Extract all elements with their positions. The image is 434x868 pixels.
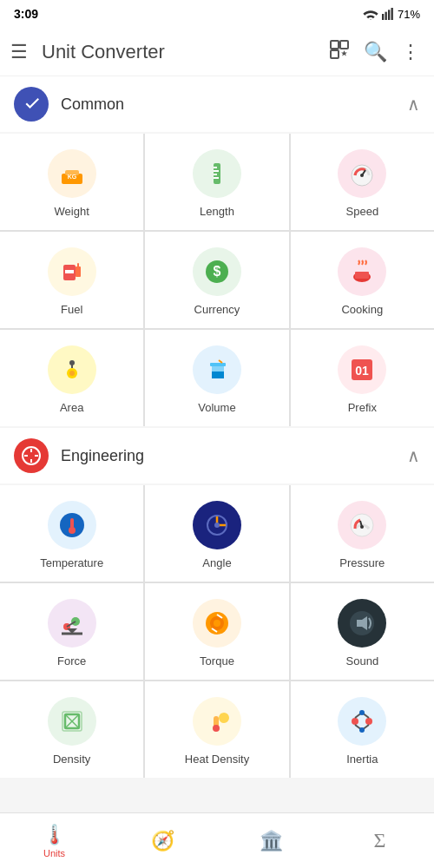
prefix-icon: 01 (338, 345, 386, 394)
nav-sigma[interactable]: Σ (326, 824, 434, 858)
engineering-item-angle[interactable]: Angle (145, 485, 288, 582)
sound-icon (338, 599, 386, 648)
common-section-title: Common (61, 95, 407, 114)
engineering-item-pressure[interactable]: Pressure (291, 485, 434, 582)
cooking-label: Cooking (341, 303, 383, 316)
angle-label: Angle (202, 556, 231, 569)
area-label: Area (60, 401, 83, 414)
svg-point-72 (219, 713, 229, 723)
svg-rect-13 (214, 170, 219, 172)
weight-icon: KG (48, 149, 96, 198)
search-icon[interactable]: 🔍 (360, 37, 391, 67)
volume-icon (193, 345, 241, 394)
svg-rect-1 (385, 12, 386, 20)
nav-compass[interactable]: 🧭 (108, 825, 217, 858)
bottom-nav: 🌡️ Units 🧭 🏛️ Σ (0, 812, 434, 868)
nav-bank[interactable]: 🏛️ (217, 825, 326, 858)
engineering-item-temperature[interactable]: Temperature (0, 485, 143, 582)
svg-rect-0 (382, 14, 384, 20)
common-item-prefix[interactable]: 01 Prefix (291, 330, 434, 426)
svg-text:$: $ (214, 264, 221, 279)
density-label: Density (53, 753, 90, 766)
engineering-item-heat-density[interactable]: Heat Density (145, 681, 288, 778)
pressure-label: Pressure (339, 556, 385, 569)
svg-point-61 (214, 620, 220, 627)
common-item-weight[interactable]: KG Weight (0, 134, 143, 230)
app-header: ☰ Unit Converter 🔍 ⋮ (0, 28, 434, 76)
svg-point-71 (213, 725, 220, 732)
temperature-label: Temperature (40, 556, 103, 569)
density-icon (48, 697, 96, 746)
common-item-speed[interactable]: Speed (291, 134, 434, 230)
svg-rect-2 (388, 10, 390, 20)
svg-text:KG: KG (67, 174, 76, 180)
common-section-header[interactable]: Common ∧ (0, 76, 434, 132)
svg-rect-20 (65, 270, 74, 273)
header-icons: 🔍 ⋮ (326, 36, 424, 69)
sigma-nav-icon: Σ (374, 829, 386, 852)
common-item-fuel[interactable]: Fuel (0, 232, 143, 328)
common-item-cooking[interactable]: Cooking (291, 232, 434, 328)
grid-star-icon[interactable] (326, 36, 353, 69)
battery-text: 71% (398, 8, 420, 21)
svg-text:01: 01 (356, 364, 370, 378)
weight-label: Weight (55, 205, 89, 218)
common-item-volume[interactable]: Volume (145, 330, 288, 426)
heat-density-icon (193, 697, 241, 746)
heat-density-label: Heat Density (185, 753, 249, 766)
cooking-icon (338, 247, 386, 296)
force-icon (48, 599, 96, 648)
engineering-section-icon (14, 438, 49, 473)
signal-icon (382, 8, 394, 20)
units-nav-label: Units (43, 848, 65, 858)
svg-point-73 (352, 718, 358, 725)
nav-units[interactable]: 🌡️ Units (0, 819, 108, 864)
angle-icon (193, 501, 241, 549)
menu-icon[interactable]: ☰ (10, 41, 28, 63)
svg-point-30 (69, 360, 75, 365)
speed-label: Speed (346, 205, 379, 218)
common-chevron-icon: ∧ (407, 94, 420, 115)
svg-line-34 (219, 360, 222, 363)
svg-point-79 (359, 710, 365, 715)
engineering-item-sound[interactable]: Sound (291, 583, 434, 680)
svg-rect-5 (340, 41, 348, 49)
svg-rect-4 (331, 41, 339, 49)
wifi-icon (363, 8, 378, 20)
svg-point-18 (360, 174, 364, 177)
engineering-item-inertia[interactable]: Inertia (291, 681, 434, 778)
currency-icon: $ (193, 247, 241, 296)
bank-nav-icon: 🏛️ (260, 830, 283, 852)
svg-point-80 (359, 727, 365, 733)
svg-point-74 (365, 718, 372, 725)
speed-icon (338, 149, 386, 198)
svg-rect-32 (212, 372, 224, 378)
engineering-item-torque[interactable]: Torque (145, 583, 288, 680)
temperature-icon (48, 501, 96, 549)
currency-label: Currency (194, 303, 240, 316)
svg-point-49 (214, 523, 220, 528)
common-item-area[interactable]: Area (0, 330, 143, 426)
common-item-currency[interactable]: $ Currency (145, 232, 288, 328)
svg-point-44 (69, 527, 76, 534)
length-icon (193, 149, 241, 198)
engineering-section-header[interactable]: Engineering ∧ (0, 428, 434, 483)
engineering-item-force[interactable]: Force (0, 583, 143, 680)
torque-icon (193, 599, 241, 648)
common-section-icon (14, 87, 49, 122)
length-label: Length (200, 205, 234, 218)
engineering-chevron-icon: ∧ (407, 445, 420, 466)
svg-point-52 (360, 525, 364, 529)
more-options-icon[interactable]: ⋮ (398, 37, 424, 67)
pressure-icon (338, 501, 386, 549)
fuel-icon (48, 247, 96, 296)
compass-nav-icon: 🧭 (151, 830, 174, 852)
common-item-length[interactable]: Length (145, 134, 288, 230)
engineering-item-density[interactable]: Density (0, 681, 143, 778)
prefix-label: Prefix (348, 401, 377, 414)
force-label: Force (57, 654, 86, 667)
svg-rect-26 (355, 272, 369, 279)
svg-rect-15 (214, 177, 219, 179)
common-grid: KG Weight Length Speed Fuel $ Currency C… (0, 134, 434, 426)
fuel-label: Fuel (61, 303, 82, 316)
